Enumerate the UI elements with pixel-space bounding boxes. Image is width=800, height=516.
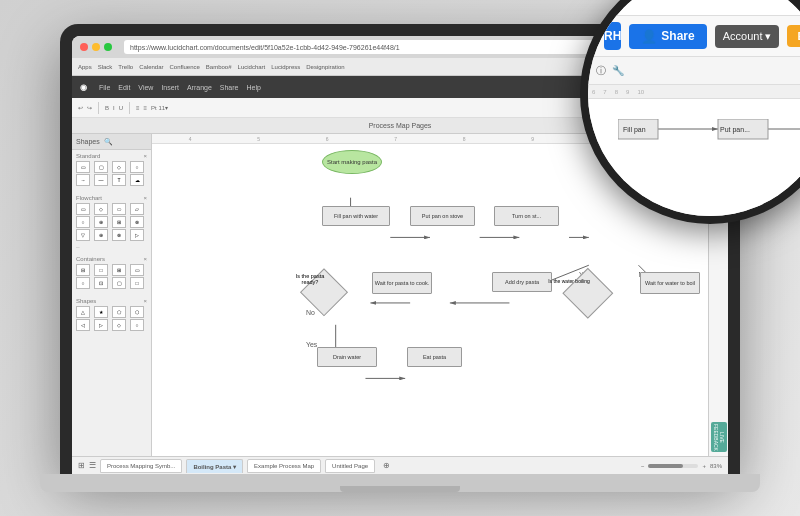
zoom-in-icon[interactable]: + <box>702 463 706 469</box>
node-fill[interactable]: Fill pan with water <box>322 206 390 226</box>
node-wait[interactable]: Wait for pasta to cook. <box>372 272 432 294</box>
shape-triangle[interactable]: △ <box>76 306 90 318</box>
fullscreen-window-button[interactable] <box>104 43 112 51</box>
search-icon[interactable]: 🔍 <box>104 138 113 146</box>
node-waitboil[interactable]: Wait for water to boil <box>640 272 700 294</box>
shape-extra9[interactable]: ◁ <box>76 319 90 331</box>
toolbar-bold[interactable]: B <box>105 105 109 111</box>
toolbar-align-left[interactable]: ≡ <box>136 105 140 111</box>
shape-extra5[interactable]: ○ <box>76 277 90 289</box>
close-icon-4[interactable]: × <box>143 298 147 304</box>
shape-manual[interactable]: ⊗ <box>130 216 144 228</box>
node-start[interactable]: Start making pasta <box>322 150 382 174</box>
toolbar-italic[interactable]: I <box>113 105 115 111</box>
shape-box[interactable]: □ <box>94 264 108 276</box>
shape-pentagon[interactable]: ⬠ <box>112 306 126 318</box>
toolbar-underline[interactable]: U <box>119 105 123 111</box>
close-window-button[interactable] <box>80 43 88 51</box>
shape-process[interactable]: ▭ <box>76 203 90 215</box>
toolbar-redo[interactable]: ↪ <box>87 104 92 111</box>
menu-insert[interactable]: Insert <box>161 84 179 91</box>
exit-button[interactable]: Exit <box>787 25 800 47</box>
bookmark-bamboo[interactable]: Bamboo# <box>206 64 232 70</box>
shape-terminal[interactable]: ⬭ <box>112 203 126 215</box>
menu-help[interactable]: Help <box>247 84 261 91</box>
zoom-canvas[interactable]: Fill pan Put pan... <box>588 99 800 216</box>
tab-example-process[interactable]: Example Process Map <box>247 459 321 473</box>
shape-arrow[interactable]: → <box>76 174 90 186</box>
list-view-icon[interactable]: ☰ <box>89 461 96 470</box>
menu-file[interactable]: File <box>99 84 110 91</box>
node-drain[interactable]: Drain water <box>317 347 377 367</box>
node-ready[interactable]: Is the pasta ready? <box>307 264 357 314</box>
close-icon-3[interactable]: × <box>143 256 147 262</box>
shape-extra3[interactable]: ⊗ <box>112 229 126 241</box>
node-put[interactable]: Put pan on stove <box>410 206 475 226</box>
shape-predefined[interactable]: ⊞ <box>112 216 126 228</box>
shape-diamond[interactable]: ◇ <box>112 161 126 173</box>
bookmark-lucidchart[interactable]: Lucidchart <box>238 64 266 70</box>
bookmark-trello[interactable]: Trello <box>118 64 133 70</box>
zoom-slider[interactable] <box>648 464 698 468</box>
shape-oval[interactable]: ○ <box>130 161 144 173</box>
tab-boiling-pasta[interactable]: Boiling Pasta ▾ <box>186 459 243 473</box>
menu-arrange[interactable]: Arrange <box>187 84 212 91</box>
zoom-out-icon[interactable]: − <box>641 463 645 469</box>
shape-rect[interactable]: ▭ <box>76 161 90 173</box>
node-turn[interactable]: Turn on st... <box>494 206 559 226</box>
shape-connector[interactable]: ○ <box>76 216 90 228</box>
menu-share[interactable]: Share <box>220 84 239 91</box>
node-fill-label: Fill pan with water <box>334 213 378 219</box>
bookmark-lucidpress[interactable]: Lucidpress <box>271 64 300 70</box>
add-page-icon[interactable]: ⊕ <box>383 461 390 470</box>
shape-decision[interactable]: ◇ <box>94 203 108 215</box>
toolbar-undo[interactable]: ↩ <box>78 104 83 111</box>
shape-extra11[interactable]: ◇ <box>112 319 126 331</box>
toolbar-font-size[interactable]: Pt 11▾ <box>151 104 168 111</box>
shape-rounded[interactable]: ▢ <box>94 161 108 173</box>
shape-data[interactable]: ▱ <box>130 203 144 215</box>
minimize-window-button[interactable] <box>92 43 100 51</box>
shape-extra8[interactable]: □ <box>130 277 144 289</box>
node-eat[interactable]: Eat pasta <box>407 347 462 367</box>
tab-process-mapping[interactable]: Process Mapping Symb... <box>100 459 182 473</box>
zoom-actions-row: RH 👤 Share Account ▾ Exit <box>588 16 800 57</box>
toolbar-align-center[interactable]: ≡ <box>144 105 148 111</box>
shape-extra2[interactable]: ⊕ <box>94 229 108 241</box>
feedback-btn[interactable]: LIVE FEEDBACK <box>711 422 727 452</box>
bookmark-confluence[interactable]: Confluence <box>170 64 200 70</box>
shape-extra6[interactable]: ⊡ <box>94 277 108 289</box>
shape-extra7[interactable]: ▢ <box>112 277 126 289</box>
shape-swimlane[interactable]: ⊟ <box>76 264 90 276</box>
shape-extra4[interactable]: ▷ <box>130 229 144 241</box>
tab-untitled[interactable]: Untitled Page <box>325 459 375 473</box>
node-boiling[interactable]: Is the water boiling <box>567 264 627 314</box>
shape-document[interactable]: ⊕ <box>94 216 108 228</box>
info-icon[interactable]: ⓘ <box>596 64 606 78</box>
bookmark-calendar[interactable]: Calendar <box>139 64 163 70</box>
close-icon[interactable]: × <box>143 153 147 159</box>
account-button[interactable]: Account ▾ <box>715 25 780 48</box>
share-button[interactable]: 👤 Share <box>629 24 706 49</box>
shape-group[interactable]: ⊞ <box>112 264 126 276</box>
shape-cloud[interactable]: ☁ <box>130 174 144 186</box>
shape-line[interactable]: — <box>94 174 108 186</box>
shape-star[interactable]: ★ <box>94 306 108 318</box>
app-menu: File Edit View Insert Arrange Share Help <box>99 84 261 91</box>
shape-hexagon[interactable]: ⬡ <box>130 306 144 318</box>
shape-extra10[interactable]: ▷ <box>94 319 108 331</box>
wrench-icon[interactable]: 🔧 <box>612 65 624 76</box>
bookmark-apps[interactable]: Apps <box>78 64 92 70</box>
menu-edit[interactable]: Edit <box>118 84 130 91</box>
shape-frame[interactable]: ▭ <box>130 264 144 276</box>
menu-view[interactable]: View <box>138 84 153 91</box>
shape-extra12[interactable]: ○ <box>130 319 144 331</box>
bookmark-slack[interactable]: Slack <box>98 64 113 70</box>
shape-extra1[interactable]: ▽ <box>76 229 90 241</box>
shape-text[interactable]: T <box>112 174 126 186</box>
bookmark-designpiration[interactable]: Designpiration <box>306 64 344 70</box>
zoom-ruler: 6 7 8 9 10 <box>588 85 800 99</box>
brand-icon: ■ <box>604 0 615 4</box>
grid-view-icon[interactable]: ⊞ <box>78 461 85 470</box>
close-icon-2[interactable]: × <box>143 195 147 201</box>
